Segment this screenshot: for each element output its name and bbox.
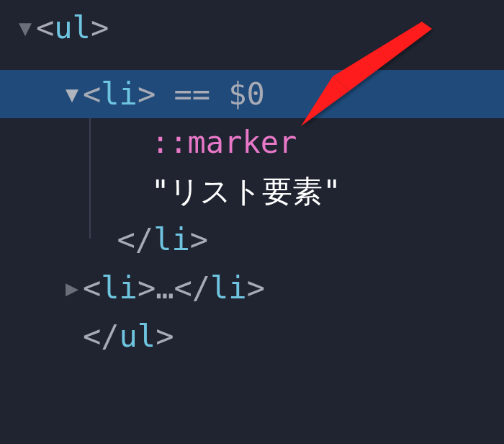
punct-close: >: [190, 216, 208, 264]
tag-li: li: [101, 70, 138, 118]
punct-open: </: [83, 312, 120, 360]
disclosure-open-icon[interactable]: ▼: [14, 11, 36, 45]
tag-li: li: [153, 216, 190, 264]
disclosure-open-icon[interactable]: ▼: [61, 77, 83, 112]
dom-tree-row-pseudo-marker[interactable]: ::marker: [0, 118, 504, 166]
tag-ul: ul: [54, 4, 91, 52]
dom-tree-row-text-node[interactable]: "リスト要素": [0, 167, 504, 216]
punct-close: >: [138, 264, 156, 312]
text-node-content: "リスト要素": [151, 167, 341, 216]
punct-open: <: [36, 4, 54, 52]
indent-guide: [89, 216, 91, 239]
punct-open: </: [117, 216, 154, 264]
indent-guide: [89, 118, 91, 166]
pseudo-element-marker: ::marker: [151, 118, 297, 166]
indent-guide: [89, 167, 91, 216]
dom-tree-row-ul-open[interactable]: ▼ <ul>: [0, 4, 504, 52]
punct-open: <: [83, 264, 101, 312]
disclosure-closed-icon[interactable]: ▶: [61, 271, 83, 306]
punct-close: >: [91, 4, 109, 52]
tag-li: li: [210, 264, 247, 312]
punct-close: >: [138, 70, 156, 118]
dom-tree-row-li-collapsed[interactable]: ▶ <li>…</li>: [0, 264, 504, 312]
selected-element-marker: == $0: [156, 70, 265, 118]
ellipsis[interactable]: …: [156, 264, 174, 312]
punct-open: </: [174, 264, 210, 312]
dom-tree-row-li-close[interactable]: </li>: [0, 216, 504, 264]
dom-tree-row-ul-close[interactable]: </ul>: [0, 312, 504, 360]
tag-li: li: [101, 264, 138, 312]
tag-ul: ul: [120, 312, 156, 360]
punct-close: >: [156, 312, 174, 360]
dom-tree-row-li-selected[interactable]: ▼ <li> == $0: [0, 70, 504, 118]
punct-close: >: [247, 264, 265, 312]
punct-open: <: [83, 70, 101, 118]
